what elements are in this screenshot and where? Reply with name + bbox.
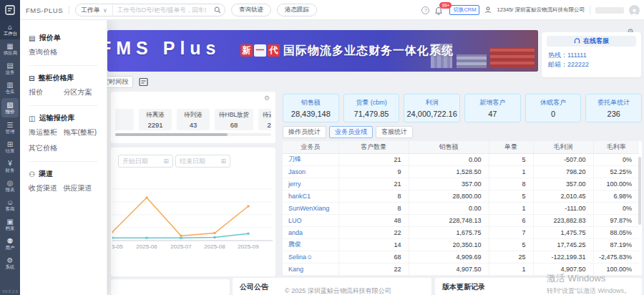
status-pill-clipped <box>115 109 134 130</box>
search-icon[interactable] <box>210 6 225 14</box>
sidebar-item-manage[interactable]: ☰管理 <box>0 118 20 137</box>
sidebar-item-report[interactable]: ◎报表 <box>0 176 20 195</box>
switch-crm-button[interactable]: 切换CRM <box>449 5 479 15</box>
tab-operator-stats[interactable]: 操作员统计 <box>283 126 326 138</box>
sidebar-item-system[interactable]: ⚙系统 <box>0 253 20 273</box>
track-query-button[interactable]: 查询轨迹 <box>231 4 271 16</box>
salesman-name-cell[interactable]: Selina☺ <box>283 251 338 263</box>
table-cell: 97.87% <box>593 214 639 226</box>
sidebar-item-finance[interactable]: ¥财务 <box>0 157 20 176</box>
sidebar-item-customer[interactable]: ☺客商 <box>0 195 20 215</box>
port-status-button[interactable]: 港态跟踪 <box>277 4 317 16</box>
summary-panel-icon[interactable] <box>139 77 148 90</box>
menu-item[interactable]: 分区方案 <box>64 84 99 100</box>
topbar: FMS-PLUS 工作单 ∨ 查询轨迹 港态跟踪 ? 99+ 切换CRM <box>0 0 644 20</box>
menu-item[interactable]: 供应渠道 <box>64 180 99 196</box>
salesman-name-cell[interactable]: hankC1 <box>283 190 338 202</box>
salesman-name-cell[interactable]: jerry <box>283 178 338 190</box>
sidebar-item-workbench[interactable]: ⌂工作台 <box>0 20 20 39</box>
table-row[interactable]: Jason91,528.501798.2052.25% <box>283 165 639 178</box>
salesman-name-cell[interactable]: Jason <box>283 165 338 178</box>
salesman-name-cell[interactable]: SunWenXiang <box>283 202 338 214</box>
sidebar-item-business[interactable]: ▤业务 <box>0 59 20 78</box>
help-icon[interactable]: ? <box>421 6 429 14</box>
data-point[interactable] <box>180 237 182 239</box>
sidebar-item-supplier[interactable]: ▦供应商 <box>0 39 20 59</box>
search-input[interactable] <box>113 5 210 15</box>
data-point[interactable] <box>112 231 114 233</box>
menu-section-fcl-price-lib: ⊟整柜价格库报价分区方案 <box>29 66 98 106</box>
tab-service-stats[interactable]: 客服统计 <box>376 126 413 138</box>
salesman-name-cell[interactable]: 刀锋 <box>283 153 338 165</box>
salesman-name-cell[interactable]: 腾俊 <box>283 238 338 251</box>
menu-item[interactable]: 其它价格 <box>29 140 64 156</box>
sidebar-item-quote[interactable]: ▧报价 <box>1 98 19 117</box>
sidebar-item-label: 客商 <box>6 206 15 211</box>
horizontal-scrollbar-thumb[interactable] <box>115 133 228 136</box>
copyright-text: © 2025 深圳蓝鲸云物流科技有限公司 <box>285 286 391 295</box>
table-row[interactable]: LUO48228,748.136223,882.8397.87% <box>283 214 639 226</box>
table-row[interactable]: 刀锋210.005-507.000% <box>283 153 639 165</box>
table-row[interactable]: SunWenXiang80.001-111.000% <box>283 202 639 214</box>
data-point[interactable] <box>112 237 114 239</box>
search-group: 工作单 ∨ <box>75 4 225 16</box>
stat-card: 销售额28,439,148 <box>283 94 339 122</box>
stat-card-value: 236 <box>608 110 620 118</box>
sidebar-item-label: 财务 <box>6 168 15 173</box>
sidebar-item-label: 报表 <box>6 187 15 192</box>
stat-card-label: 休眠客户 <box>540 98 566 107</box>
table-row[interactable]: anda221,675.7571,475.7588.05% <box>283 226 639 238</box>
quote-icon: ▧ <box>6 101 13 109</box>
status-pill[interactable]: 待HBL放货68 <box>215 109 253 130</box>
status-pill[interactable]: 待离港2291 <box>139 109 172 130</box>
salesman-name-cell[interactable]: LUO <box>283 214 338 226</box>
salesman-name-cell[interactable]: anda <box>283 226 338 238</box>
chevron-down-icon: ∨ <box>103 7 107 14</box>
salesman-name-cell[interactable]: Kang <box>283 263 338 275</box>
menu-item[interactable]: 查询价格 <box>29 44 64 60</box>
end-date-input[interactable]: 结束日期 ⊞ <box>175 155 230 168</box>
table-cell: 1 <box>489 165 533 178</box>
table-row[interactable]: Selina☺684,909.6925-122,199.31-2,475.83% <box>283 251 639 263</box>
data-point[interactable] <box>248 233 250 235</box>
table-cell: 22 <box>338 226 409 238</box>
end-date-placeholder: 结束日期 <box>180 157 205 166</box>
table-row[interactable]: jerry21357.008357.00100.00% <box>283 178 639 190</box>
table-row[interactable]: hankC1828,800.0052,010.456.98% <box>283 190 639 202</box>
tab-salesman-performance[interactable]: 业务员业绩 <box>329 126 373 138</box>
trend-line-orange-series <box>112 198 248 236</box>
table-cell: 2,010.45 <box>533 190 593 202</box>
menu-item[interactable]: 收货渠道 <box>29 180 64 196</box>
online-service-button[interactable]: 在线客服 <box>547 36 636 47</box>
status-pill[interactable]: 待还空柜2303 <box>258 109 271 130</box>
banner-container-decor <box>490 48 535 68</box>
scope-select[interactable]: 工作单 ∨ <box>76 4 113 16</box>
vertical-scrollbar-thumb[interactable] <box>638 157 641 225</box>
data-point[interactable] <box>248 205 250 208</box>
data-point[interactable] <box>180 235 182 237</box>
status-card-gear-icon[interactable]: ⚙ <box>264 95 270 102</box>
menu-item[interactable]: 拖车(整柜) <box>64 125 99 140</box>
notification-bell[interactable]: 99+ <box>434 4 444 16</box>
sidebar-item-label: 业务 <box>6 69 15 74</box>
data-point[interactable] <box>214 236 216 238</box>
avatar[interactable] <box>629 5 640 16</box>
sidebar-item-settlement[interactable]: ⊞结算 <box>0 137 20 157</box>
status-pill[interactable]: 待到港43 <box>177 109 210 130</box>
status-card: ⚙ 待离港2291待到港43待HBL放货68待还空柜2303待发送账单2396 <box>111 92 275 143</box>
table-cell: 52.25% <box>593 165 639 178</box>
sidebar-item-archive[interactable]: ▣档案 <box>0 215 20 234</box>
data-point[interactable] <box>146 197 148 199</box>
calendar-icon: ⊞ <box>220 158 226 165</box>
sidebar-item-user[interactable]: ⚉用户 <box>0 234 20 253</box>
sidebar-item-warehouse[interactable]: ▥仓库 <box>0 78 20 97</box>
app-logo-icon[interactable] <box>0 0 20 20</box>
table-cell: 1,528.50 <box>409 165 489 178</box>
table-row[interactable]: 腾俊1420,350.10517,745.2587.19% <box>283 238 639 251</box>
menu-item[interactable]: 海运整柜 <box>29 125 64 140</box>
start-date-input[interactable]: 开始日期 ⊞ <box>118 155 173 168</box>
menu-item[interactable]: 报价 <box>29 84 64 100</box>
data-point[interactable] <box>214 232 216 234</box>
menu-sections: ▤报价单查询价格⊟整柜价格库报价分区方案◫运输报价库海运整柜拖车(整柜)其它价格… <box>29 26 98 201</box>
data-point[interactable] <box>146 237 148 239</box>
